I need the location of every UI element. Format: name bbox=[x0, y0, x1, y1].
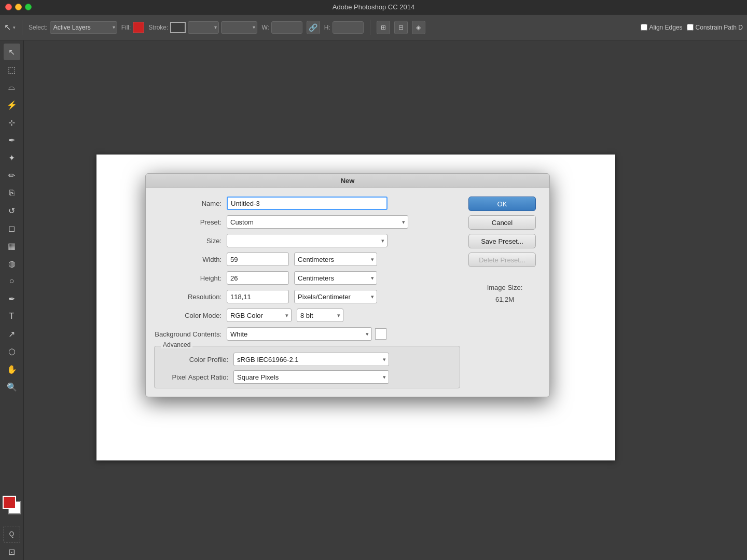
preset-row: Preset: Custom bbox=[154, 215, 460, 229]
dialog-form: Name: document.querySelector('[data-name… bbox=[154, 197, 460, 388]
name-row: Name: document.querySelector('[data-name… bbox=[154, 197, 460, 210]
width-field[interactable] bbox=[271, 21, 302, 34]
stroke-size-wrap[interactable] bbox=[188, 21, 219, 34]
bit-depth-select[interactable]: 8 bit 16 bit 32 bit bbox=[297, 309, 343, 322]
minimize-button[interactable] bbox=[15, 4, 22, 10]
advanced-section: Advanced Color Profile: sRGB IEC61966-2.… bbox=[154, 346, 460, 388]
stroke-swatch[interactable] bbox=[170, 22, 186, 33]
fill-swatch[interactable] bbox=[133, 22, 144, 33]
bg-color-preview[interactable] bbox=[375, 328, 386, 340]
preset-select[interactable]: Custom bbox=[227, 215, 408, 229]
cancel-button[interactable]: Cancel bbox=[468, 215, 536, 230]
stroke-type-wrap[interactable] bbox=[221, 21, 257, 34]
close-button[interactable] bbox=[5, 4, 12, 10]
tool-crop[interactable]: ⊹ bbox=[4, 114, 20, 131]
title-bar: Adobe Photoshop CC 2014 bbox=[0, 0, 747, 15]
width-unit-select[interactable]: Centimeters Pixels Inches Millimeters bbox=[294, 253, 377, 266]
height-label: Height: bbox=[154, 274, 227, 282]
pixel-aspect-label: Pixel Aspect Ratio: bbox=[161, 373, 233, 381]
tool-brush[interactable]: ✏ bbox=[4, 167, 20, 184]
tool-gradient[interactable]: ▦ bbox=[4, 237, 20, 254]
tool-marquee[interactable]: ⬚ bbox=[4, 61, 20, 78]
resolution-input[interactable] bbox=[227, 290, 289, 303]
color-profile-select[interactable]: sRGB IEC61966-2.1 Adobe RGB (1998) bbox=[233, 353, 389, 366]
tool-path-select[interactable]: ↗ bbox=[4, 326, 20, 342]
color-mode-row: Color Mode: RGB Color Grayscale CMYK Col… bbox=[154, 309, 460, 322]
arrow-icon: ↖ bbox=[4, 22, 11, 32]
color-profile-wrap[interactable]: sRGB IEC61966-2.1 Adobe RGB (1998) bbox=[233, 353, 389, 366]
image-size-value: 61,2M bbox=[468, 293, 541, 305]
bit-depth-wrap[interactable]: 8 bit 16 bit 32 bit bbox=[297, 309, 343, 322]
resolution-unit-select[interactable]: Pixels/Centimeter Pixels/Inch bbox=[294, 290, 377, 303]
color-mode-label: Color Mode: bbox=[154, 312, 227, 319]
maximize-button[interactable] bbox=[25, 4, 32, 10]
width-row: Width: Centimeters Pixels Inches Millime… bbox=[154, 253, 460, 266]
tool-magic-wand[interactable]: ⚡ bbox=[4, 96, 20, 113]
arrange-icon[interactable]: ⊟ bbox=[394, 21, 408, 34]
width-label: Width: bbox=[154, 256, 227, 263]
tool-zoom[interactable]: 🔍 bbox=[4, 379, 20, 395]
fg-color-swatch[interactable] bbox=[3, 496, 16, 509]
tool-lasso[interactable]: ⌓ bbox=[4, 79, 20, 95]
color-swatches bbox=[3, 496, 21, 514]
tool-healing[interactable]: ✦ bbox=[4, 149, 20, 166]
width-input[interactable] bbox=[227, 253, 289, 266]
bg-contents-wrap[interactable]: White Background Color Transparent bbox=[227, 327, 372, 341]
size-select-wrap[interactable] bbox=[227, 234, 388, 247]
pixel-aspect-wrap[interactable]: Square Pixels D1/DV NTSC (0.9) bbox=[233, 370, 389, 384]
tool-dropdown-arrow: ▾ bbox=[13, 25, 16, 30]
path-ops-icon[interactable]: ◈ bbox=[412, 21, 425, 34]
size-select[interactable] bbox=[227, 234, 388, 247]
stroke-type-dropdown[interactable] bbox=[221, 21, 257, 34]
size-row: Size: bbox=[154, 234, 460, 247]
advanced-label: Advanced bbox=[161, 341, 192, 348]
preset-label: Preset: bbox=[154, 218, 227, 226]
select-dropdown[interactable]: Active Layers bbox=[50, 21, 117, 34]
name-input[interactable] bbox=[227, 197, 388, 210]
align-icon[interactable]: ⊞ bbox=[377, 21, 390, 34]
tool-pen[interactable]: ✒ bbox=[4, 290, 20, 307]
resolution-row: Resolution: Pixels/Centimeter Pixels/Inc… bbox=[154, 290, 460, 303]
align-edges-checkbox[interactable] bbox=[641, 24, 647, 31]
stroke-label: Stroke: bbox=[148, 24, 168, 31]
select-label: Select: bbox=[29, 24, 48, 31]
tool-clone[interactable]: ⎘ bbox=[4, 185, 20, 201]
tool-hand[interactable]: ✋ bbox=[4, 361, 20, 377]
constrain-path-checkbox[interactable] bbox=[687, 24, 694, 31]
dialog-body: Name: document.querySelector('[data-name… bbox=[146, 197, 549, 388]
image-size-info: Image Size: 61,2M bbox=[468, 282, 541, 306]
width-unit-wrap[interactable]: Centimeters Pixels Inches Millimeters bbox=[294, 253, 377, 266]
height-row: Height: Centimeters Pixels Inches Millim… bbox=[154, 271, 460, 285]
preset-select-wrap[interactable]: Custom bbox=[227, 215, 408, 229]
save-preset-button[interactable]: Save Preset... bbox=[468, 234, 536, 248]
height-unit-wrap[interactable]: Centimeters Pixels Inches Millimeters bbox=[294, 271, 377, 285]
pixel-aspect-row: Pixel Aspect Ratio: Square Pixels D1/DV … bbox=[161, 370, 453, 384]
color-mode-wrap[interactable]: RGB Color Grayscale CMYK Color bbox=[227, 309, 292, 322]
ok-button[interactable]: OK bbox=[468, 197, 536, 211]
align-edges-item: Align Edges bbox=[641, 24, 683, 31]
tool-select[interactable]: ↖ bbox=[4, 44, 20, 60]
height-input[interactable] bbox=[227, 271, 289, 285]
bg-contents-select[interactable]: White Background Color Transparent bbox=[227, 327, 372, 341]
pixel-aspect-select[interactable]: Square Pixels D1/DV NTSC (0.9) bbox=[233, 370, 389, 384]
link-icon[interactable]: 🔗 bbox=[307, 21, 320, 34]
tool-dodge[interactable]: ○ bbox=[4, 273, 20, 289]
tool-blur[interactable]: ◍ bbox=[4, 255, 20, 272]
height-unit-select[interactable]: Centimeters Pixels Inches Millimeters bbox=[294, 271, 377, 285]
color-mode-select[interactable]: RGB Color Grayscale CMYK Color bbox=[227, 309, 292, 322]
tool-eyedropper[interactable]: ✒ bbox=[4, 132, 20, 148]
select-dropdown-wrap[interactable]: Active Layers bbox=[50, 21, 117, 34]
tool-quick-mask[interactable]: Q bbox=[4, 526, 20, 542]
height-field[interactable] bbox=[333, 21, 364, 34]
tool-type[interactable]: T bbox=[4, 308, 20, 325]
tool-history-brush[interactable]: ↺ bbox=[4, 202, 20, 219]
fill-item: Fill: bbox=[121, 22, 145, 33]
stroke-item: Stroke: bbox=[148, 21, 257, 34]
stroke-size-dropdown[interactable] bbox=[188, 21, 219, 34]
delete-preset-button[interactable]: Delete Preset... bbox=[468, 253, 536, 267]
tool-shape[interactable]: ⬡ bbox=[4, 343, 20, 360]
resolution-unit-wrap[interactable]: Pixels/Centimeter Pixels/Inch bbox=[294, 290, 377, 303]
select-item: Select: Active Layers bbox=[29, 21, 117, 34]
tool-screen-mode[interactable]: ⊡ bbox=[4, 543, 20, 560]
tool-eraser[interactable]: ◻ bbox=[4, 220, 20, 236]
